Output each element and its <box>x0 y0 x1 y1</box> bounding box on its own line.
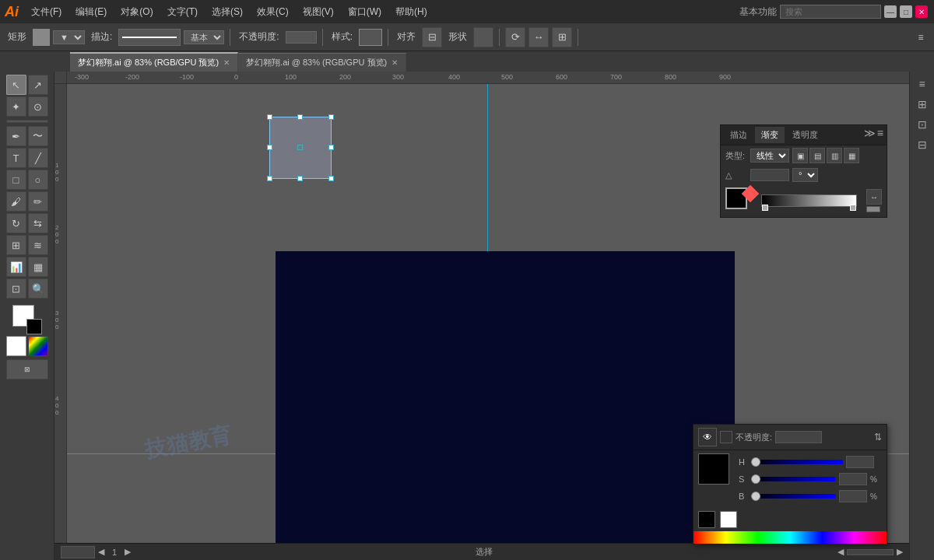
handle-bm[interactable] <box>297 176 303 181</box>
gp-stop-right[interactable] <box>850 205 856 211</box>
handle-ml[interactable] <box>267 145 272 150</box>
gp-angle-unit[interactable]: ° <box>792 168 818 182</box>
s-slider-thumb[interactable] <box>751 474 760 484</box>
gp-icon-2[interactable]: ▤ <box>809 148 825 163</box>
h-slider[interactable] <box>751 460 843 464</box>
type-tool[interactable]: T <box>6 148 26 168</box>
right-icon-2[interactable]: ⊞ <box>913 95 932 114</box>
close-button[interactable]: ✕ <box>915 5 928 18</box>
fill-swatch[interactable] <box>33 29 50 46</box>
gp-menu-icon[interactable]: ≡ <box>877 127 883 143</box>
pen-tool[interactable]: ✒ <box>6 126 26 146</box>
paintbrush-tool[interactable]: 🖌 <box>6 191 26 212</box>
s-slider[interactable] <box>751 477 836 481</box>
canvas-nav-left[interactable]: ◀ <box>837 547 844 557</box>
s-value-input[interactable]: 0 <box>839 473 867 485</box>
menu-window[interactable]: 窗口(W) <box>342 4 388 20</box>
gp-reverse-btn[interactable]: ↔ <box>866 189 882 205</box>
gp-angle-input[interactable]: 0° <box>750 169 789 181</box>
opacity-input[interactable]: 100% <box>286 31 317 44</box>
white-swatch[interactable] <box>6 336 26 356</box>
tab-1[interactable]: 梦幻翱翔.ai @ 83% (RGB/GPU 预览) ✕ <box>238 53 406 72</box>
line-tool[interactable]: ╱ <box>28 148 48 168</box>
page-nav-next[interactable]: ▶ <box>125 547 131 557</box>
gradient-swatch[interactable] <box>28 336 48 356</box>
opacity-value-input[interactable]: 100% <box>775 431 822 443</box>
align-btn[interactable]: ⊟ <box>422 27 442 47</box>
search-input[interactable] <box>780 5 881 19</box>
tab-0[interactable]: 梦幻翱翔.ai @ 83% (RGB/GPU 预览) ✕ <box>70 52 238 72</box>
direct-select-tool[interactable]: ↗ <box>28 75 48 95</box>
fill-dropdown[interactable]: ▼ <box>53 30 85 44</box>
menu-file[interactable]: 文件(F) <box>25 4 68 20</box>
scale-tool[interactable]: ⊞ <box>6 235 26 255</box>
lasso-tool[interactable]: ⊙ <box>28 96 48 117</box>
maximize-button[interactable]: □ <box>900 5 912 18</box>
ellipse-tool[interactable]: ○ <box>28 170 48 190</box>
handle-br[interactable] <box>328 176 334 181</box>
select-tool[interactable]: ↖ <box>6 75 26 95</box>
scroll-bar[interactable] <box>847 549 894 555</box>
right-icon-4[interactable]: ⊟ <box>913 135 932 154</box>
shape-btn[interactable] <box>473 27 493 47</box>
menu-view[interactable]: 视图(V) <box>297 4 340 20</box>
color-panel-eye-icon[interactable]: 👁 <box>698 428 717 446</box>
effect-icon[interactable]: ⟳ <box>505 27 525 47</box>
gp-stop-left[interactable] <box>762 205 768 211</box>
handle-tm[interactable] <box>297 114 303 120</box>
gp-tab-stroke[interactable]: 描边 <box>724 127 753 143</box>
panel-toggle[interactable]: ≡ <box>912 29 929 46</box>
menu-type[interactable]: 文字(T) <box>161 4 204 20</box>
pencil-tool[interactable]: ✏ <box>28 191 48 212</box>
curvature-tool[interactable]: 〜 <box>28 126 48 146</box>
gp-icon-4[interactable]: ▦ <box>844 148 859 163</box>
gp-slider-mini[interactable] <box>866 206 880 212</box>
canvas-nav-right[interactable]: ▶ <box>897 547 903 557</box>
column-tool[interactable]: ▦ <box>28 257 48 277</box>
gp-expand-icon[interactable]: ≫ <box>864 127 876 143</box>
gp-icon-3[interactable]: ▥ <box>827 148 842 163</box>
rotate-tool[interactable]: ↻ <box>6 213 26 233</box>
white-swatch[interactable] <box>720 511 737 528</box>
style-swatch[interactable] <box>359 29 382 46</box>
misc-icon[interactable]: ⊞ <box>552 27 572 47</box>
color-panel-toggle[interactable]: ⇅ <box>874 432 882 443</box>
menu-help[interactable]: 帮助(H) <box>389 4 434 20</box>
gp-tab-opacity[interactable]: 透明度 <box>786 127 824 143</box>
minimize-button[interactable]: — <box>884 5 897 18</box>
menu-select[interactable]: 选择(S) <box>205 4 249 20</box>
gp-icon-1[interactable]: ▣ <box>792 148 808 163</box>
main-color-swatch[interactable] <box>698 453 729 485</box>
h-value-input[interactable]: 0 <box>846 456 874 468</box>
tab-0-close[interactable]: ✕ <box>223 58 230 67</box>
graph-tool[interactable]: 📊 <box>6 257 26 277</box>
handle-tl[interactable] <box>267 114 272 120</box>
handle-bl[interactable] <box>267 176 272 181</box>
none-swatch[interactable]: ⊠ <box>6 359 48 380</box>
transform-icon[interactable]: ↔ <box>528 27 549 47</box>
color-spectrum[interactable] <box>693 531 887 544</box>
warp-tool[interactable]: ≋ <box>28 235 48 255</box>
zoom-input[interactable]: 83% <box>61 546 95 558</box>
stroke-dropdown[interactable]: 基本 <box>184 30 224 44</box>
color-panel-grid-icon[interactable] <box>720 431 732 443</box>
handle-tr[interactable] <box>328 114 334 120</box>
rect-tool[interactable]: □ <box>6 170 26 190</box>
b-slider-thumb[interactable] <box>751 492 760 501</box>
menu-edit[interactable]: 编辑(E) <box>69 4 113 20</box>
gp-tab-gradient[interactable]: 渐变 <box>755 127 785 143</box>
menu-object[interactable]: 对象(O) <box>114 4 159 20</box>
h-slider-thumb[interactable] <box>751 457 760 467</box>
artboard-tool[interactable]: ⊡ <box>6 278 26 299</box>
black-swatch[interactable] <box>698 511 715 528</box>
handle-mr[interactable] <box>328 145 334 150</box>
magic-wand-tool[interactable]: ✦ <box>6 96 26 117</box>
b-value-input[interactable]: 0 <box>839 490 867 502</box>
zoom-tool[interactable]: 🔍 <box>28 278 48 299</box>
reflect-tool[interactable]: ⇆ <box>28 213 48 233</box>
gp-type-dropdown[interactable]: 线性 <box>750 149 789 163</box>
right-icon-3[interactable]: ⊡ <box>913 115 932 134</box>
page-nav-prev[interactable]: ◀ <box>98 547 104 557</box>
b-slider[interactable] <box>751 494 836 499</box>
right-icon-1[interactable]: ≡ <box>913 75 932 93</box>
